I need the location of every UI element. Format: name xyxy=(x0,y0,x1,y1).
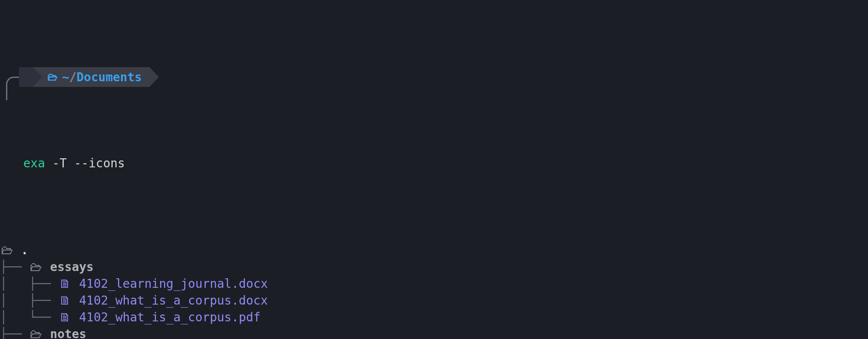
path-separator: / xyxy=(69,69,77,86)
tree-branch: │ └── xyxy=(0,309,58,326)
folder-open-icon: 🗁 xyxy=(29,326,43,339)
command-binary: exa xyxy=(23,155,45,172)
path-tilde: ~ xyxy=(62,69,69,86)
file-name: 4102_learning_journal.docx xyxy=(79,275,268,292)
tree-root: . xyxy=(21,242,28,259)
tree-row: ├── 🗁 essays xyxy=(0,259,868,275)
tree-branch: ├── xyxy=(0,259,29,275)
folder-open-icon: 🗁 xyxy=(47,69,58,86)
command-args: -T --icons xyxy=(45,155,125,172)
prompt-arc xyxy=(0,67,19,87)
terminal[interactable]: 🗁 ~/Documents exa -T --icons 🗁 .├── 🗁 es… xyxy=(0,0,868,339)
file-name: 4102_what_is_a_corpus.pdf xyxy=(79,309,260,326)
tree-row: │ ├── 🗎 4102_learning_journal.docx xyxy=(0,275,868,292)
folder-open-icon: 🗁 xyxy=(29,259,43,275)
word-icon: 🗎 xyxy=(58,292,72,309)
file-name: 4102_what_is_a_corpus.docx xyxy=(79,292,268,309)
tree-row: 🗁 . xyxy=(0,242,868,259)
folder-open-icon: 🗁 xyxy=(0,242,14,259)
directory-name: essays xyxy=(50,259,93,275)
path-directory: Documents xyxy=(77,69,142,86)
directory-name: notes xyxy=(50,326,86,339)
prompt: 🗁 ~/Documents xyxy=(0,67,868,87)
tree-row: ├── 🗁 notes xyxy=(0,326,868,339)
command-line: exa -T --icons xyxy=(0,154,868,172)
tree-branch: │ ├── xyxy=(0,275,58,292)
word-icon: 🗎 xyxy=(58,275,72,292)
tree-branch: ├── xyxy=(0,326,29,339)
prompt-segment-path: 🗁 ~/Documents xyxy=(33,67,149,87)
tree-row: │ └── 🗎 4102_what_is_a_corpus.pdf xyxy=(0,309,868,326)
tree-row: │ ├── 🗎 4102_what_is_a_corpus.docx xyxy=(0,292,868,309)
tree-output: 🗁 .├── 🗁 essays│ ├── 🗎 4102_learning_jou… xyxy=(0,239,868,339)
pdf-icon: 🗎 xyxy=(58,309,72,326)
prompt-segment-os xyxy=(19,67,33,87)
tree-branch: │ ├── xyxy=(0,292,58,309)
